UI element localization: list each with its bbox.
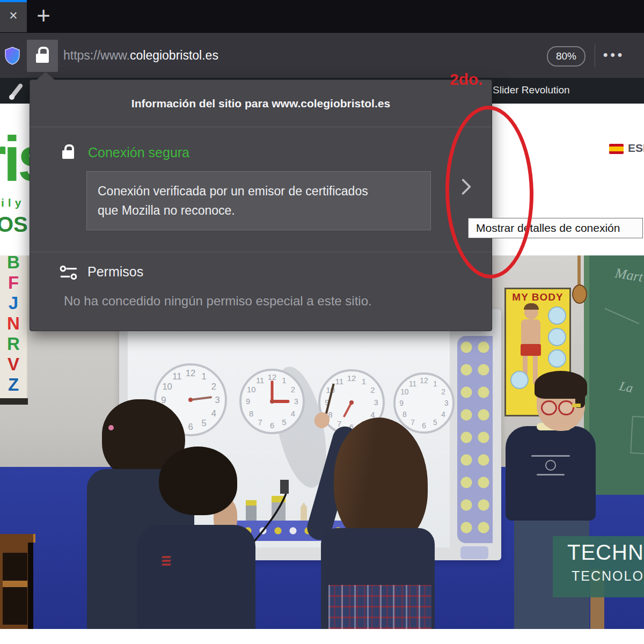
glasses-strap — [572, 404, 581, 407]
plaid-skirt — [328, 585, 431, 629]
zoom-level-badge[interactable]: 80% — [547, 46, 586, 67]
screenshot-stage: × + https://www.colegiobristol.es 80% ••… — [0, 0, 644, 644]
connection-detail-box: Conexión verificada por un emisor de cer… — [86, 171, 431, 230]
popup-divider — [30, 252, 492, 252]
slide-title: TECHNO — [567, 540, 644, 565]
language-selector[interactable]: ESP — [628, 142, 644, 155]
annotation-step-label: 2do. — [450, 70, 483, 89]
tab-close-icon[interactable]: × — [4, 6, 23, 25]
projected-crayon — [272, 502, 286, 522]
url-domain: colegiobristol.es — [130, 48, 218, 62]
poster-detail-circle — [548, 349, 566, 368]
url-bar: https://www.colegiobristol.es 80% ••• — [0, 32, 644, 78]
poster-detail-circle — [510, 371, 529, 389]
poster-figure-torso — [521, 319, 540, 346]
nav-menu-fragment[interactable]: OS — [0, 213, 28, 237]
admin-bar-item-slider-revolution[interactable]: Slider Revolution — [493, 78, 570, 104]
poster-detail-circle — [548, 306, 566, 325]
child-silhouette — [137, 525, 255, 629]
connection-detail-line: que Mozilla no reconoce. — [98, 201, 420, 220]
popup-title: Información del sitio para www.colegiobr… — [30, 97, 492, 110]
slide-subtitle: TECNOLOG — [572, 568, 644, 584]
permissions-empty-note: No ha concedido ningún permiso especial … — [64, 294, 372, 309]
alphabet-poster-rail — [0, 398, 28, 405]
customize-brush-icon[interactable] — [8, 81, 26, 103]
wooden-spoon-decoration — [577, 255, 581, 287]
alphabet-letter: Z — [0, 375, 27, 395]
new-tab-button[interactable]: + — [31, 3, 56, 29]
alphabet-letter: R — [0, 334, 27, 354]
alphabet-letter: B — [0, 255, 27, 273]
tab-bar: × + — [0, 0, 644, 32]
url-scheme: https://www. — [63, 48, 130, 62]
poster-detail-circle — [548, 328, 566, 346]
address-bar-url[interactable]: https://www.colegiobristol.es — [63, 33, 218, 78]
alphabet-poster: BFJNRVZ — [0, 255, 28, 405]
glasses-lens — [541, 400, 557, 415]
poster-figure-shorts — [521, 344, 541, 356]
chalk-writing: Mart — [614, 265, 644, 286]
alphabet-letter: J — [0, 293, 27, 313]
slide-text-overlay: TECHNO TECNOLOG — [553, 536, 644, 597]
sweater-emblem — [162, 556, 171, 567]
projected-crayon — [246, 506, 257, 522]
hair-clip — [108, 425, 114, 430]
permissions-icon — [59, 264, 79, 283]
child-hair — [159, 447, 237, 515]
connection-status-label: Conexión segura — [88, 145, 189, 160]
alphabet-letter: V — [0, 354, 27, 375]
active-tab[interactable]: × — [0, 0, 27, 32]
permissions-title: Permisos — [87, 264, 143, 280]
site-logo-tagline-fragment: ily — [1, 196, 25, 209]
spain-flag-icon[interactable] — [609, 144, 624, 154]
poster-title: MY BODY — [506, 291, 569, 303]
chalk-rectangle — [630, 416, 644, 455]
smartboard-toolbar — [457, 336, 493, 543]
site-info-popup: Información del sitio para www.colegiobr… — [30, 79, 492, 331]
tracking-protection-shield-icon[interactable] — [4, 47, 20, 67]
page-actions-menu-icon[interactable]: ••• — [603, 33, 625, 78]
active-tab-accent — [0, 0, 27, 2]
alphabet-letter: N — [0, 313, 27, 334]
toolbar-separator — [595, 45, 595, 67]
wooden-spoon-bowl — [572, 284, 587, 304]
popup-anchor-arrow — [36, 72, 55, 80]
connection-detail-line: Conexión verificada por un emisor de cer… — [98, 181, 420, 201]
secure-lock-icon — [61, 144, 76, 159]
sweater-emblem — [530, 455, 571, 475]
chalk-line — [605, 308, 640, 324]
glasses-lens — [558, 400, 574, 415]
alphabet-letter: F — [0, 273, 27, 293]
site-identity-lock-button[interactable] — [27, 40, 58, 72]
chalk-writing: La — [618, 379, 634, 396]
popup-divider — [30, 127, 492, 127]
smartboard-tray — [460, 546, 488, 559]
